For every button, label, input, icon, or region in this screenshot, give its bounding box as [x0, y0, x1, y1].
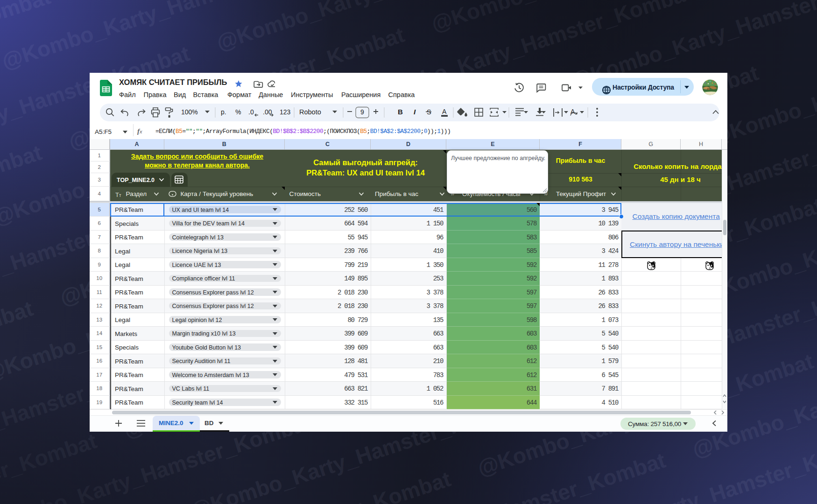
- svg-text:.00: .00: [263, 108, 272, 116]
- svg-text:9: 9: [360, 108, 364, 116]
- svg-text:%: %: [235, 108, 241, 116]
- svg-text:A: A: [442, 108, 447, 115]
- svg-text:.0: .0: [248, 108, 254, 116]
- svg-text:I: I: [414, 108, 416, 116]
- svg-text:100%: 100%: [181, 108, 198, 116]
- svg-text:p.: p.: [221, 108, 226, 116]
- svg-text:Roboto: Roboto: [299, 108, 321, 116]
- svg-text:123: 123: [280, 108, 291, 116]
- svg-text:B: B: [398, 108, 403, 116]
